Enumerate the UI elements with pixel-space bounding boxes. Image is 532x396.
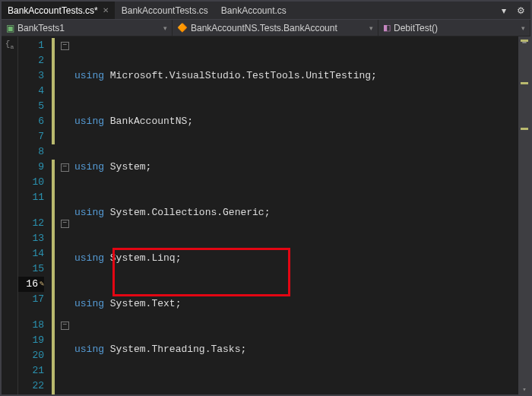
tab-label: BankAccount.cs (221, 5, 287, 16)
change-marker (52, 38, 55, 144)
change-marker (52, 160, 55, 396)
line-number: 6 (18, 114, 44, 129)
tab-label: BankAccountTests.cs* (8, 5, 98, 16)
tab-bar-actions: ▾ ⚙ (494, 2, 530, 19)
scrollbar-vertical[interactable]: ▾ ▬ (518, 36, 530, 394)
tab-bankaccount[interactable]: BankAccount.cs (215, 2, 293, 19)
code-token: using (74, 70, 104, 81)
line-number: 1 (18, 38, 44, 53)
nav-class-dropdown[interactable]: 🔶 BankAccountNS.Tests.BankAccount ▾ (173, 20, 378, 36)
lightbulb-icon: ✎ (40, 277, 44, 292)
code-token: using (74, 344, 104, 355)
fold-toggle[interactable] (59, 160, 70, 175)
gear-icon[interactable]: ⚙ (515, 5, 526, 16)
tab-label: BankAccountTests.cs (122, 5, 208, 16)
line-number: 5 (18, 99, 44, 114)
code-token: using (74, 207, 104, 218)
code-token: System.Collections.Generic; (104, 207, 270, 218)
chevron-down-icon: ▾ (369, 24, 373, 32)
line-number: 11 (18, 190, 44, 205)
nav-class-label: BankAccountNS.Tests.BankAccount (191, 23, 337, 33)
line-number: 3 (18, 68, 44, 84)
nav-method-dropdown[interactable]: ◧ DebitTest() ▾ (378, 20, 530, 36)
nav-method-label: DebitTest() (394, 23, 438, 33)
outline-margin: {a (2, 36, 18, 394)
chevron-down-icon[interactable]: ▾ (499, 5, 509, 16)
close-icon[interactable]: ✕ (103, 6, 109, 14)
line-number: 15 (18, 261, 44, 277)
line-number: 9 (18, 160, 44, 175)
code-token: using (74, 116, 104, 127)
tab-bankaccounttests-dirty[interactable]: BankAccountTests.cs* ✕ (2, 2, 116, 19)
nav-project-label: BankTests1 (17, 23, 65, 33)
code-token: using (74, 252, 104, 264)
fold-margin[interactable] (59, 36, 70, 394)
line-number: 13 (18, 231, 44, 246)
code-token: BankAccountNS; (104, 116, 193, 127)
code-token: System.Threading.Tasks; (104, 344, 246, 355)
code-content[interactable]: using Microsoft.VisualStudio.TestTools.U… (70, 36, 518, 394)
tab-bar: BankAccountTests.cs* ✕ BankAccountTests.… (2, 2, 530, 20)
line-number: 20 (18, 348, 44, 363)
nav-project-dropdown[interactable]: ▣ BankTests1 ▾ (2, 20, 173, 36)
code-token: using (74, 298, 104, 309)
scroll-marker (521, 128, 528, 130)
code-token: System.Text; (104, 298, 181, 309)
chevron-down-icon: ▾ (521, 24, 525, 32)
tab-bar-spacer (293, 2, 494, 19)
line-number: 7 (18, 129, 44, 144)
code-token: System.Linq; (104, 252, 181, 264)
code-token: Microsoft.VisualStudio.TestTools.UnitTes… (104, 70, 377, 81)
line-number: 21 (18, 363, 44, 379)
line-number: 14 (18, 246, 44, 261)
line-number: 17 (18, 292, 44, 307)
code-editor[interactable]: {a 1 2 3 4 5 6 7 8 9 10 11 12 13 14 15 1… (2, 36, 530, 394)
tab-bankaccounttests[interactable]: BankAccountTests.cs (116, 2, 215, 19)
line-number: 4 (18, 84, 44, 99)
line-number: 22 (18, 379, 44, 394)
fold-toggle[interactable] (59, 38, 70, 53)
line-number: 8 (18, 144, 44, 160)
line-number: 19 (18, 333, 44, 348)
split-icon[interactable]: ▬ (518, 36, 530, 47)
chevron-down-icon[interactable]: ▾ (518, 384, 530, 394)
csharp-project-icon: ▣ (6, 23, 14, 33)
line-number: 2 (18, 53, 44, 68)
chevron-down-icon: ▾ (163, 24, 167, 32)
code-token: System; (104, 161, 151, 173)
line-number: 10 (18, 175, 44, 190)
class-icon: 🔶 (177, 23, 188, 33)
nav-bar: ▣ BankTests1 ▾ 🔶 BankAccountNS.Tests.Ban… (2, 20, 530, 36)
method-icon: ◧ (383, 23, 391, 33)
fold-toggle[interactable] (59, 318, 70, 333)
line-number-gutter: 1 2 3 4 5 6 7 8 9 10 11 12 13 14 15 16✎ … (18, 36, 50, 394)
scroll-marker (521, 82, 528, 84)
line-number-current: 16✎ (18, 277, 44, 292)
code-token: using (74, 161, 104, 173)
change-margin (50, 36, 59, 394)
line-number: 18 (18, 318, 44, 333)
fold-toggle[interactable] (59, 216, 70, 231)
line-number: 12 (18, 216, 44, 231)
